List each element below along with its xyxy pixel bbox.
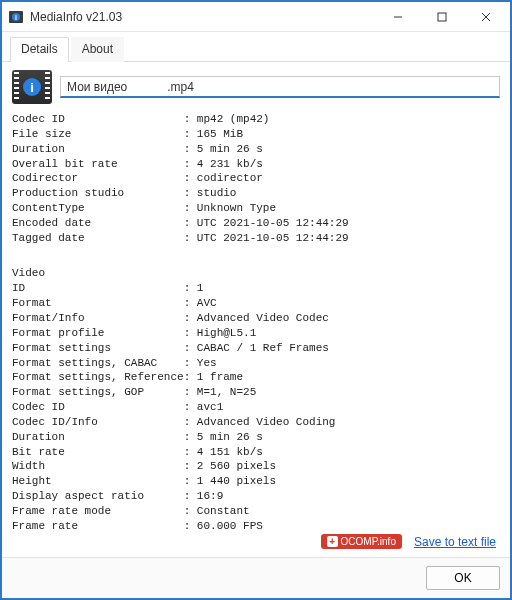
detail-row: Codec ID : avc1 [12,400,494,415]
detail-row: Duration : 5 min 26 s [12,142,494,157]
svg-rect-4 [438,13,446,21]
section-label: Video [12,266,494,281]
titlebar: i MediaInfo v21.03 [2,2,510,32]
footer-links: + OCOMP.info Save to text file [12,530,500,551]
file-row: i [12,70,500,104]
detail-row: Codec ID : mp42 (mp42) [12,112,494,127]
tab-details[interactable]: Details [10,37,69,62]
maximize-button[interactable] [420,3,464,31]
media-file-icon[interactable]: i [12,70,52,104]
tab-bar: Details About [2,32,510,62]
close-button[interactable] [464,3,508,31]
close-icon [481,12,491,22]
app-window: i MediaInfo v21.03 Details About i [0,0,512,600]
plus-icon: + [327,536,338,547]
svg-text:i: i [15,14,17,21]
detail-row: File size : 165 MiB [12,127,494,142]
detail-row: Tagged date : UTC 2021-10-05 12:44:29 [12,231,494,246]
badge-text: OCOMP.info [341,536,396,547]
detail-row: Codirector : codirector [12,171,494,186]
detail-row: Format profile : High@L5.1 [12,326,494,341]
detail-row: Display aspect ratio : 16:9 [12,489,494,504]
detail-row: Frame rate : 60.000 FPS [12,519,494,530]
detail-row: Format settings, CABAC : Yes [12,356,494,371]
window-controls [376,3,508,31]
window-title: MediaInfo v21.03 [30,10,376,24]
filename-input[interactable] [60,76,500,98]
ok-button[interactable]: OK [426,566,500,590]
details-pane[interactable]: Codec ID : mp42 (mp42)File size : 165 Mi… [12,112,500,530]
detail-row: Production studio : studio [12,186,494,201]
detail-row: Width : 2 560 pixels [12,459,494,474]
detail-row: Format settings, Reference: 1 frame [12,370,494,385]
minimize-icon [393,12,403,22]
tab-about[interactable]: About [71,37,124,62]
blank-row [12,246,494,261]
save-to-text-link[interactable]: Save to text file [414,535,496,549]
button-bar: OK [2,557,510,598]
content-area: i Codec ID : mp42 (mp42)File size : 165 … [2,62,510,557]
detail-row: Format/Info : Advanced Video Codec [12,311,494,326]
maximize-icon [437,12,447,22]
app-icon: i [8,9,24,25]
minimize-button[interactable] [376,3,420,31]
detail-row: Codec ID/Info : Advanced Video Coding [12,415,494,430]
detail-row: Encoded date : UTC 2021-10-05 12:44:29 [12,216,494,231]
ocomp-badge: + OCOMP.info [321,534,402,549]
detail-row: ContentType : Unknown Type [12,201,494,216]
detail-row: Bit rate : 4 151 kb/s [12,445,494,460]
detail-row: Overall bit rate : 4 231 kb/s [12,157,494,172]
detail-row: ID : 1 [12,281,494,296]
detail-row: Duration : 5 min 26 s [12,430,494,445]
detail-row: Format : AVC [12,296,494,311]
detail-row: Format settings, GOP : M=1, N=25 [12,385,494,400]
detail-row: Format settings : CABAC / 1 Ref Frames [12,341,494,356]
detail-row: Frame rate mode : Constant [12,504,494,519]
detail-row: Height : 1 440 pixels [12,474,494,489]
info-badge-icon: i [23,78,41,96]
